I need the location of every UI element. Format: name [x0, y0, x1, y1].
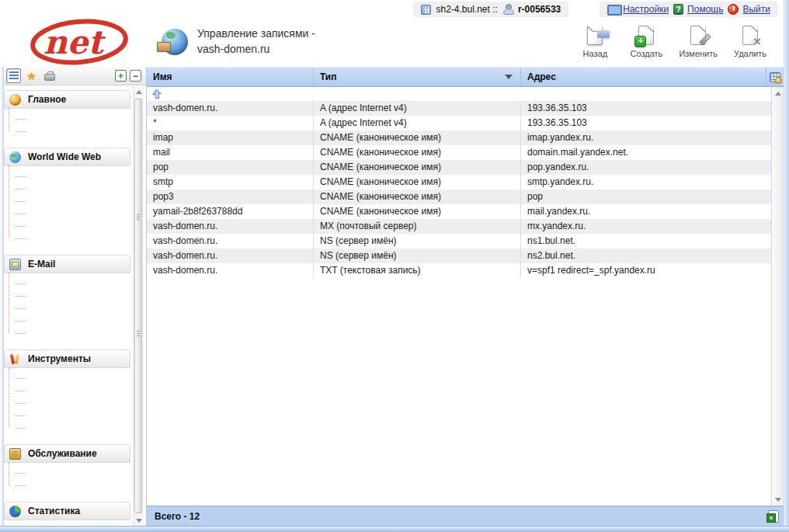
sidebar-section-title: Обслуживание	[28, 448, 97, 459]
table-row[interactable]: pop CNAME (каноническое имя) pop.yandex.…	[147, 160, 771, 175]
cell-address: domain.mail.yandex.net.	[521, 145, 771, 160]
settings-monitor-icon	[607, 5, 619, 15]
sidebar-item	[10, 207, 130, 220]
favorites-view-button[interactable]: ★	[24, 68, 39, 83]
sphere-icon	[9, 94, 21, 106]
sidebar-section: Обслуживание	[4, 444, 130, 492]
toolbar-button[interactable]: Назад	[573, 22, 617, 60]
cell-address: 193.36.35.103	[521, 101, 771, 116]
sidebar-sections: Главное	[4, 90, 130, 525]
list-view-icon	[9, 71, 19, 81]
table-row[interactable]: mail CNAME (каноническое имя) domain.mai…	[147, 145, 771, 160]
column-header-type-label: Тип	[320, 68, 337, 86]
sidebar-section-items	[4, 109, 130, 138]
sidebar-section-items	[4, 166, 130, 245]
column-header-address[interactable]: Адрес	[521, 68, 766, 86]
scroll-up-icon	[136, 90, 142, 94]
thumb-grip	[137, 331, 140, 338]
sidebar-section-header[interactable]: World Wide Web	[4, 148, 130, 166]
table-row[interactable]: imap CNAME (каноническое имя) imap.yande…	[147, 130, 771, 145]
toolbar-button-label: Изменить	[679, 49, 718, 58]
back-arrow-icon	[587, 26, 603, 45]
sidebar-item	[10, 232, 130, 245]
thumb-grip	[137, 214, 140, 221]
sidebar-section-header[interactable]: Обслуживание	[4, 444, 130, 463]
table-row[interactable]: smtp CNAME (каноническое имя) smtp.yande…	[147, 175, 771, 190]
server-icon	[421, 5, 431, 15]
sidebar-section-title: Главное	[28, 94, 66, 105]
table-header: Имя Тип Адрес	[147, 67, 784, 87]
sidebar-item	[10, 195, 130, 207]
sidebar-item	[10, 372, 130, 384]
list-view-button[interactable]	[6, 68, 21, 83]
table-scrollbar[interactable]	[771, 87, 784, 506]
excel-export-icon[interactable]	[768, 510, 779, 523]
pie-chart-icon	[9, 506, 21, 517]
table-row[interactable]: * A (адрес Internet v4) 193.36.35.103	[147, 116, 771, 130]
sort-dropdown-icon[interactable]	[505, 75, 513, 79]
sidebar-section-items	[4, 273, 130, 340]
column-header-type[interactable]: Тип	[314, 68, 521, 86]
expand-all-button[interactable]: +	[115, 70, 127, 82]
sidebar-item	[10, 422, 130, 434]
topbar-link[interactable]: ? Помощь	[673, 4, 723, 15]
logo-text: net	[43, 23, 106, 61]
main: ★ + − Главное	[0, 67, 789, 526]
sidebar-scrollbar[interactable]	[133, 86, 144, 526]
window-frame-left	[0, 67, 4, 532]
cell-name: pop3	[147, 190, 314, 204]
maintenance-icon	[9, 448, 21, 460]
topbar-link-label: Выйти	[742, 4, 770, 15]
sidebar-item	[10, 409, 130, 422]
sidebar-section-header[interactable]: Статистика	[4, 502, 130, 520]
title-block: Управление записями - vash-domen.ru	[162, 26, 315, 57]
cell-address: mail.yandex.ru.	[521, 204, 771, 219]
table-row[interactable]: vash-domen.ru. A (адрес Internet v4) 193…	[147, 101, 771, 116]
cell-type: CNAME (каноническое имя)	[314, 204, 521, 219]
table-settings-icon[interactable]	[770, 72, 780, 82]
topbar-link-label: Помощь	[687, 4, 723, 15]
scroll-down-button[interactable]	[134, 515, 144, 526]
topbar-link[interactable]: Настройки	[607, 4, 669, 15]
cell-address: ns2.bul.net.	[521, 249, 771, 263]
table-row[interactable]: vash-domen.ru. NS (сервер имён) ns1.bul.…	[147, 234, 771, 249]
table-row[interactable]: vash-domen.ru. TXT (текстовая запись) v=…	[147, 263, 771, 278]
table-scroll-up-button[interactable]	[772, 87, 784, 99]
cell-address: 193.36.35.103	[521, 116, 771, 130]
toolbar-button[interactable]: Создать	[624, 22, 668, 60]
sidebar-section-header[interactable]: E-Mail	[4, 255, 130, 273]
sidebar-scrollbar-thumb[interactable]	[134, 99, 142, 513]
cell-type: CNAME (каноническое имя)	[314, 130, 521, 145]
table-rows: vash-domen.ru. A (адрес Internet v4) 193…	[147, 101, 771, 278]
table-row[interactable]: pop3 CNAME (каноническое имя) pop	[147, 190, 771, 204]
sidebar-section-header[interactable]: Главное	[4, 90, 130, 109]
table-row[interactable]: yamail-2b8f263788dd CNAME (каноническое …	[147, 204, 771, 219]
sidebar-section-title: E-Mail	[28, 259, 55, 269]
toolbar-button[interactable]: Удалить	[728, 22, 772, 60]
sidebar-section-items	[4, 520, 130, 525]
table-row[interactable]: vash-domen.ru. NS (сервер имён) ns2.bul.…	[147, 249, 771, 263]
scroll-up-button[interactable]	[134, 86, 144, 97]
cell-type: CNAME (каноническое имя)	[314, 145, 521, 160]
edit-page-pencil-icon	[690, 26, 706, 45]
collapse-all-button[interactable]: −	[130, 70, 141, 82]
sidebar-section-items	[4, 368, 130, 435]
tasks-view-button[interactable]	[42, 68, 57, 83]
column-header-name[interactable]: Имя	[147, 68, 314, 86]
user-icon	[502, 4, 513, 15]
parent-folder-row	[147, 87, 771, 101]
table-scroll-down-button[interactable]	[772, 493, 784, 506]
cell-address: imap.yandex.ru.	[521, 130, 771, 145]
table-row[interactable]: vash-domen.ru. MX (почтовый сервер) mx.y…	[147, 219, 771, 234]
sidebar-item	[10, 220, 130, 232]
scroll-down-icon	[775, 498, 781, 502]
sidebar-section: Главное	[4, 90, 130, 138]
topbar-link[interactable]: Выйти	[728, 4, 770, 15]
sidebar-section-title: World Wide Web	[28, 151, 101, 162]
email-icon	[9, 259, 21, 270]
server-host: sh2-4.bul.net ::	[436, 4, 497, 15]
cell-name: vash-domen.ru.	[147, 219, 314, 234]
cell-address: ns1.bul.net.	[521, 234, 771, 249]
sidebar-section-header[interactable]: Инструменты	[4, 349, 130, 368]
toolbar-button[interactable]: Изменить	[676, 22, 721, 60]
